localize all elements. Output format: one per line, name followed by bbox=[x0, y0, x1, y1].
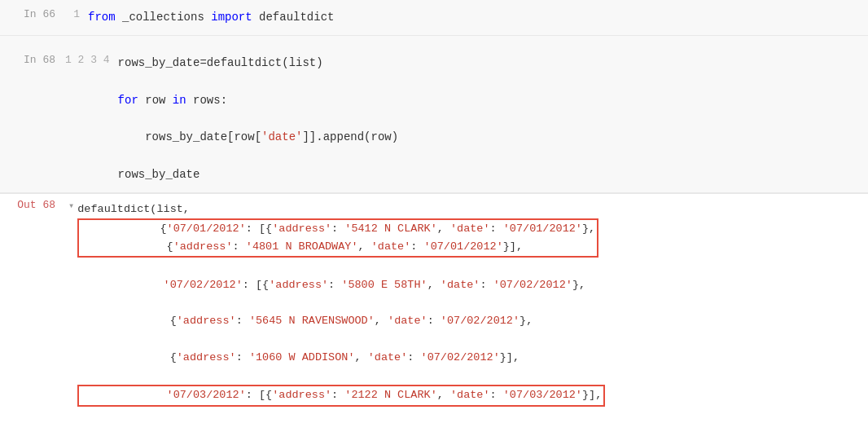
cell-68-output-content: defaultdict(list, {'07/01/2012': [{'addr… bbox=[77, 197, 868, 423]
collapse-chevron[interactable]: ▾ bbox=[65, 197, 77, 212]
cell-68-label: In 68 bbox=[0, 52, 65, 66]
cell-68-input: In 68 1 2 3 4 rows_by_date=defaultdict(l… bbox=[0, 46, 868, 193]
cell-66-line-numbers: 1 bbox=[65, 7, 88, 24]
cell-68-line-numbers: 1 2 3 4 bbox=[65, 52, 118, 69]
cell-68-code: rows_by_date=defaultdict(list) for row i… bbox=[118, 52, 868, 186]
cell-68-out-label: Out 68 bbox=[0, 197, 65, 211]
cell-66-code: from _collections import defaultdict bbox=[88, 7, 868, 29]
cell-66-label: In 66 bbox=[0, 7, 65, 20]
notebook: In 66 1 from _collections import default… bbox=[0, 0, 868, 423]
cell-68-output: Out 68 ▾ defaultdict(list, {'07/01/2012'… bbox=[0, 193, 868, 423]
cell-66-input: In 66 1 from _collections import default… bbox=[0, 0, 868, 36]
